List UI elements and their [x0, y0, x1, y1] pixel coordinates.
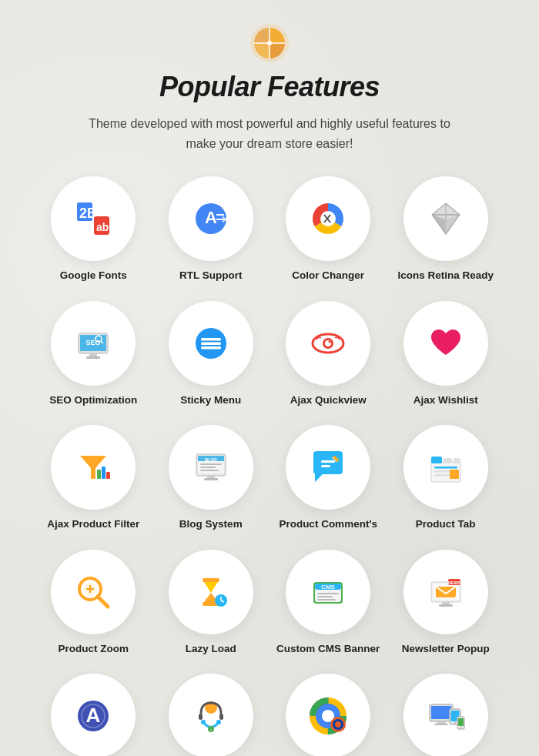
- feature-color-changer: Color Changer: [273, 176, 383, 283]
- svg-rect-91: [199, 714, 203, 720]
- ajax-quickview-icon-circle: [286, 301, 370, 386]
- lazy-load-icon-circle: [169, 550, 253, 634]
- google-fonts-label: Google Fonts: [60, 269, 127, 283]
- lazy-load-label: Lazy Load: [186, 642, 236, 656]
- svg-point-105: [335, 721, 341, 728]
- svg-rect-51: [321, 460, 335, 463]
- customer-support-icon-circle: ✓: [169, 674, 253, 756]
- svg-rect-108: [437, 721, 446, 724]
- rtl-support-label: RTL Support: [179, 269, 243, 283]
- svg-line-65: [98, 597, 108, 607]
- svg-rect-107: [431, 706, 451, 719]
- svg-rect-50: [204, 478, 218, 480]
- svg-rect-27: [86, 356, 100, 359]
- svg-rect-59: [434, 467, 457, 469]
- product-comments-label: Product Comment's: [279, 517, 377, 531]
- svg-text:SEO: SEO: [86, 339, 101, 346]
- feature-product-comments: Product Comment's: [273, 425, 383, 531]
- blog-icon-circle: BL0G: [169, 425, 253, 510]
- svg-rect-86: [439, 604, 453, 607]
- feature-product-zoom: Product Zoom: [38, 550, 149, 656]
- svg-rect-68: [203, 578, 219, 582]
- feature-ajax-wishlist: Ajax Wishlist: [391, 301, 501, 407]
- newsletter-label: Newsletter Popup: [402, 642, 490, 656]
- browser-compat-icon-circle: [286, 674, 370, 756]
- svg-point-94: [216, 720, 221, 724]
- ajax-filter-label: Ajax Product Filter: [47, 517, 139, 531]
- svg-rect-40: [102, 467, 105, 479]
- cms-banner-icon-circle: CMS: [286, 550, 370, 634]
- svg-rect-78: [317, 596, 333, 597]
- svg-rect-41: [106, 472, 110, 479]
- sticky-menu-icon-circle: [169, 301, 253, 386]
- svg-rect-47: [200, 467, 216, 468]
- page-title: Popular Features: [31, 71, 508, 103]
- page-wrapper: Popular Features Theme developed with mo…: [0, 0, 539, 756]
- feature-ajax-quickview: Ajax Quickview: [273, 301, 383, 407]
- svg-rect-48: [200, 470, 219, 471]
- feature-seo: SEO SEO Optimization: [38, 301, 149, 407]
- svg-rect-60: [434, 470, 451, 473]
- feature-rtl-support: A ✕ RTL Support: [156, 176, 266, 283]
- svg-point-115: [460, 727, 461, 728]
- svg-point-3: [267, 41, 272, 45]
- svg-rect-109: [434, 724, 448, 725]
- ajax-quickview-label: Ajax Quickview: [290, 393, 367, 407]
- feature-ajax-filter: Ajax Product Filter: [38, 425, 149, 531]
- svg-point-93: [201, 720, 206, 724]
- icons-retina-label: Icons Retina Ready: [397, 269, 494, 283]
- feature-customer-support: ✓ 24x7 Customer Support: [156, 674, 266, 756]
- product-zoom-icon-circle: [51, 550, 136, 634]
- page-subtitle: Theme developed with most powerful and h…: [85, 114, 454, 153]
- svg-rect-46: [200, 463, 222, 465]
- rtl-support-icon-circle: A ✕: [169, 176, 253, 261]
- ajax-filter-icon-circle: [51, 425, 136, 510]
- feature-lazy-load: Lazy Load: [156, 550, 266, 656]
- svg-text:CMS: CMS: [321, 584, 335, 590]
- svg-rect-56: [431, 457, 442, 463]
- feature-cms-banner: CMS Custom CMS Banner: [273, 550, 383, 656]
- svg-rect-32: [201, 342, 221, 345]
- svg-rect-92: [219, 714, 223, 720]
- feature-google-fonts: 2B ab Google Fonts: [38, 176, 149, 283]
- responsive-icon-circle: [403, 674, 488, 756]
- svg-text:BL0G: BL0G: [205, 457, 217, 462]
- color-changer-icon-circle: [286, 176, 370, 261]
- color-changer-label: Color Changer: [292, 269, 364, 283]
- feature-icons-retina: Icons Retina Ready: [391, 176, 501, 283]
- feature-responsive: 100% Responsive Design: [391, 674, 501, 756]
- svg-text:✓: ✓: [209, 728, 213, 732]
- svg-rect-58: [454, 458, 460, 463]
- product-comments-icon-circle: [286, 425, 370, 510]
- google-fonts-icon-circle: 2B ab: [51, 176, 136, 261]
- svg-rect-49: [207, 476, 215, 478]
- svg-rect-39: [97, 470, 101, 479]
- blog-label: Blog System: [179, 517, 243, 531]
- feature-product-tab: Product Tab: [391, 425, 501, 531]
- svg-text:ab: ab: [96, 221, 109, 233]
- font-changer-icon-circle: A: [51, 674, 136, 756]
- product-tab-icon-circle: [403, 425, 488, 510]
- seo-label: SEO Optimization: [49, 393, 137, 407]
- feature-browser-compat: Browser Compatibility: [273, 674, 383, 756]
- newsletter-icon-circle: NEWS: [403, 550, 488, 634]
- features-grid: 2B ab Google Fonts A ✕ RTL Support: [31, 176, 508, 756]
- svg-point-37: [329, 340, 331, 343]
- icons-retina-icon-circle: [403, 176, 488, 261]
- svg-text:A: A: [86, 704, 101, 727]
- svg-rect-57: [444, 458, 452, 463]
- svg-point-112: [454, 722, 456, 724]
- svg-rect-33: [201, 346, 221, 350]
- feature-blog: BL0G Blog System: [156, 425, 266, 531]
- svg-rect-62: [450, 470, 459, 479]
- product-zoom-label: Product Zoom: [59, 642, 129, 656]
- logo-icon: [249, 23, 290, 63]
- feature-newsletter: NEWS Newsletter Popup: [391, 550, 501, 656]
- svg-rect-77: [317, 593, 339, 594]
- svg-rect-52: [321, 465, 330, 467]
- feature-sticky-menu: Sticky Menu: [156, 301, 266, 407]
- svg-text:NEWS: NEWS: [448, 580, 461, 584]
- svg-rect-114: [458, 718, 464, 726]
- svg-rect-85: [442, 602, 450, 604]
- seo-icon-circle: SEO: [51, 301, 136, 386]
